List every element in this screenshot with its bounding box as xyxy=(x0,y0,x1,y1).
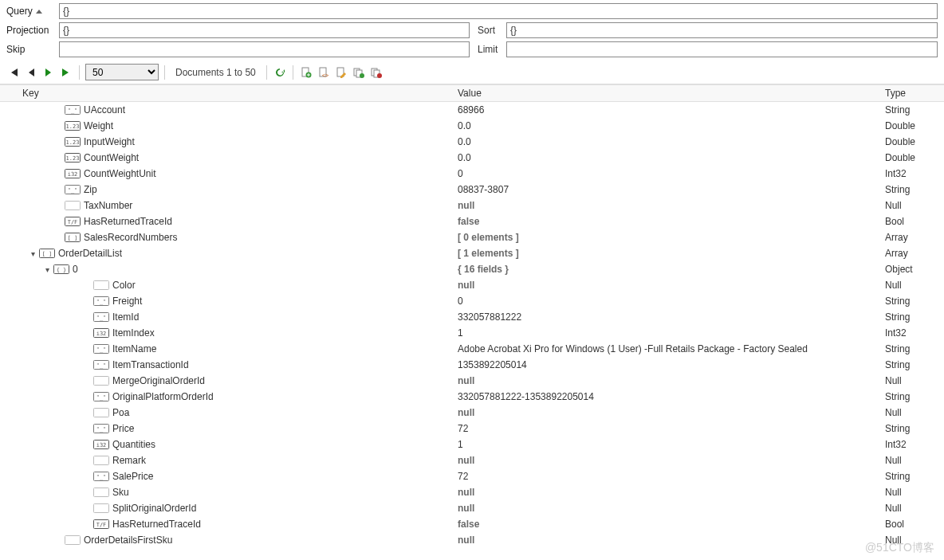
add-document-icon[interactable] xyxy=(299,65,313,80)
query-panel: Query Projection Sort Skip Limit xyxy=(0,0,944,57)
table-row[interactable]: i32CountWeightUnit0Int32 xyxy=(0,166,944,182)
table-row[interactable]: "_"OriginalPlatformOrderId332057881222-1… xyxy=(0,389,944,405)
table-row[interactable]: 1.23CountWeight0.0Double xyxy=(0,150,944,166)
cell-value: null xyxy=(454,487,882,498)
cell-type: Null xyxy=(882,280,944,291)
table-row[interactable]: "_"Freight0String xyxy=(0,293,944,309)
skip-input[interactable] xyxy=(59,41,470,57)
sort-input[interactable] xyxy=(506,22,938,38)
projection-input[interactable] xyxy=(59,22,470,38)
table-row[interactable]: ▾{ }0{ 16 fields }Object xyxy=(0,261,944,277)
copy-document-icon[interactable] xyxy=(352,65,366,80)
expand-toggle-icon[interactable]: ▾ xyxy=(27,249,38,258)
svg-point-7 xyxy=(360,73,364,78)
svg-rect-43 xyxy=(94,377,109,386)
table-row[interactable]: ColornullNull xyxy=(0,277,944,293)
expand-toggle-icon[interactable]: ▾ xyxy=(41,265,53,274)
cell-type: String xyxy=(882,104,944,116)
type-dbl-icon: 1.23 xyxy=(64,136,81,147)
cell-type: String xyxy=(882,423,944,434)
key-name: Zip xyxy=(84,184,97,195)
cell-value: null xyxy=(454,407,882,418)
key-name: HasReturnedTraceId xyxy=(84,216,172,227)
svg-text:<>: <> xyxy=(322,72,328,78)
table-row[interactable]: "_"Zip08837-3807String xyxy=(0,182,944,198)
table-row[interactable]: RemarknullNull xyxy=(0,452,944,468)
header-type[interactable]: Type xyxy=(882,88,944,99)
table-row[interactable]: 1.23Weight0.0Double xyxy=(0,118,944,134)
key-name: CountWeight xyxy=(84,152,139,163)
table-row[interactable]: "_"ItemId332057881222String xyxy=(0,309,944,325)
cell-type: Int32 xyxy=(882,168,944,179)
cell-type: Bool xyxy=(882,216,944,227)
cell-value: 08837-3807 xyxy=(454,184,882,195)
page-size-select[interactable]: 50 xyxy=(85,64,159,80)
header-key[interactable]: Key xyxy=(0,88,454,99)
cell-value: null xyxy=(454,200,882,211)
header-value[interactable]: Value xyxy=(454,88,882,99)
cell-value: null xyxy=(454,503,882,514)
next-page-icon[interactable] xyxy=(41,65,56,80)
cell-value: 68966 xyxy=(454,104,882,116)
limit-input[interactable] xyxy=(506,41,938,57)
type-dbl-icon: 1.23 xyxy=(64,120,81,131)
svg-rect-58 xyxy=(65,536,81,545)
table-row[interactable]: TaxNumbernullNull xyxy=(0,198,944,213)
table-row[interactable]: "_"ItemNameAdobe Acrobat Xi Pro for Wind… xyxy=(0,341,944,357)
pagination-toolbar: 50 Documents 1 to 50 <> xyxy=(0,61,944,84)
key-name: MergeOriginalOrderId xyxy=(112,375,205,386)
cell-value: null xyxy=(454,375,882,386)
table-row[interactable]: "_"UAccount68966String xyxy=(0,102,944,118)
type-str-icon: "_" xyxy=(92,296,110,307)
query-input[interactable] xyxy=(59,3,938,19)
cell-type: Int32 xyxy=(882,439,944,450)
cell-value: { 16 fields } xyxy=(454,264,882,275)
separator xyxy=(266,65,267,80)
edit-document-icon[interactable] xyxy=(334,65,348,80)
table-row[interactable]: SplitOriginalOrderIdnullNull xyxy=(0,500,944,516)
cell-value: 72 xyxy=(454,423,882,434)
cell-type: Double xyxy=(882,136,944,147)
type-int-icon: i32 xyxy=(64,168,81,179)
collapse-up-icon[interactable] xyxy=(36,10,42,14)
table-row[interactable]: T/FHasReturnedTraceIdfalseBool xyxy=(0,516,944,532)
limit-label: Limit xyxy=(478,44,502,55)
type-arr-icon: [ ] xyxy=(38,248,56,259)
svg-rect-23 xyxy=(65,202,81,210)
table-row[interactable]: [ ]SalesRecordNumbers[ 0 elements ]Array xyxy=(0,229,944,245)
delete-document-icon[interactable] xyxy=(369,65,384,80)
table-row[interactable]: i32Quantities1Int32 xyxy=(0,437,944,452)
table-row[interactable]: SkunullNull xyxy=(0,484,944,500)
key-name: Poa xyxy=(112,407,129,418)
table-row[interactable]: PoanullNull xyxy=(0,405,944,421)
svg-rect-32 xyxy=(94,281,109,290)
table-row[interactable]: 1.23InputWeight0.0Double xyxy=(0,134,944,150)
last-page-icon[interactable] xyxy=(59,65,73,80)
table-row[interactable]: OrderDetailsFirstSkunullNull xyxy=(0,532,944,548)
projection-label: Projection xyxy=(6,25,54,36)
prev-page-icon[interactable] xyxy=(24,65,38,80)
svg-text:i32: i32 xyxy=(68,171,78,178)
table-row[interactable]: ▾[ ]OrderDetailList[ 1 elements ]Array xyxy=(0,245,944,261)
refresh-icon[interactable] xyxy=(273,65,287,80)
cell-type: String xyxy=(882,471,944,482)
type-str-icon: "_" xyxy=(64,104,81,116)
type-bool-icon: T/F xyxy=(92,519,110,530)
table-row[interactable]: MergeOriginalOrderIdnullNull xyxy=(0,373,944,389)
svg-text:"_": "_" xyxy=(96,362,107,369)
svg-text:"_": "_" xyxy=(96,315,107,321)
svg-text:T/F: T/F xyxy=(68,219,78,225)
table-row[interactable]: T/FHasReturnedTraceIdfalseBool xyxy=(0,213,944,229)
cell-value: null xyxy=(454,280,882,291)
type-str-icon: "_" xyxy=(92,423,110,434)
cell-value: 1353892205014 xyxy=(454,359,882,370)
cell-type: String xyxy=(882,311,944,323)
view-document-icon[interactable]: <> xyxy=(317,65,331,80)
table-row[interactable]: "_"Price72String xyxy=(0,421,944,437)
first-page-icon[interactable] xyxy=(6,65,21,80)
cell-type: Double xyxy=(882,120,944,131)
table-row[interactable]: i32ItemIndex1Int32 xyxy=(0,325,944,341)
table-row[interactable]: "_"SalePrice72String xyxy=(0,468,944,484)
svg-text:"_": "_" xyxy=(96,299,107,305)
table-row[interactable]: "_"ItemTransactionId1353892205014String xyxy=(0,357,944,373)
